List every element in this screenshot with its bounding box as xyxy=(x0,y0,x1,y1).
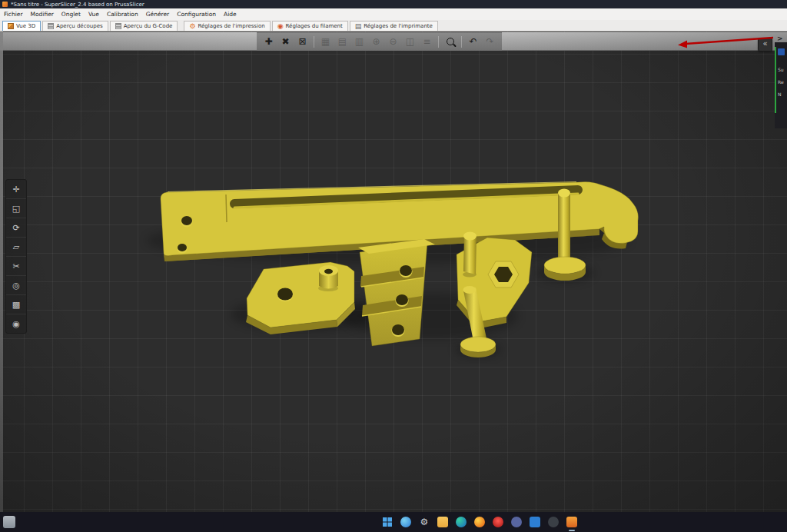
superslicer-icon xyxy=(566,517,577,527)
taskbar-superslicer-button[interactable] xyxy=(564,514,579,530)
blue-panel-icon[interactable] xyxy=(778,48,785,55)
vscode-icon xyxy=(530,517,540,527)
taskbar-app-icons: ⚙ xyxy=(380,514,579,530)
expand-sidebar-icon[interactable]: > xyxy=(777,35,783,42)
gear-icon: ⚙ xyxy=(419,517,430,527)
menu-onglet[interactable]: Onglet xyxy=(58,8,85,20)
tabbar: Vue 3D Aperçu découpes Aperçu du G-Code … xyxy=(0,20,787,32)
taskbar-discord-button[interactable] xyxy=(509,514,524,530)
gear-icon: ⚙ xyxy=(189,23,195,30)
menu-calibration[interactable]: Calibration xyxy=(103,8,142,20)
part-hex-socket-plate[interactable] xyxy=(457,232,532,330)
tab-apercu-decoupes[interactable]: Aperçu découpes xyxy=(42,21,108,31)
folder-icon xyxy=(437,517,448,527)
windows-taskbar: ⚙ xyxy=(0,512,787,532)
3d-model[interactable] xyxy=(0,32,787,512)
taskbar-settings-button[interactable]: ⚙ xyxy=(417,514,432,530)
tab-label: Aperçu du G-Code xyxy=(124,23,173,29)
menu-generer[interactable]: Générer xyxy=(142,8,173,20)
fragment-label: Su xyxy=(778,67,784,72)
tab-label: Aperçu découpes xyxy=(56,23,103,29)
discord-icon xyxy=(511,517,522,527)
taskbar-start-button[interactable] xyxy=(380,514,395,530)
edge-icon xyxy=(456,517,467,527)
printer-icon: ▤ xyxy=(355,23,362,30)
tab-label: Réglages de l'imprimante xyxy=(364,23,433,29)
menu-fichier[interactable]: Fichier xyxy=(0,8,27,20)
github-icon xyxy=(548,517,559,527)
taskbar-vscode-button[interactable] xyxy=(527,514,543,530)
fragment-label: Re xyxy=(778,79,784,85)
tab-apercu-gcode[interactable]: Aperçu du G-Code xyxy=(110,21,178,31)
right-sidebar-fragment: Su Re N xyxy=(775,42,787,128)
part-flat-plate-with-hole[interactable] xyxy=(246,262,355,334)
tab-reglages-filament[interactable]: ◉ Réglages du filament xyxy=(272,21,348,31)
tab-reglages-impression[interactable]: ⚙ Réglages de l'impression xyxy=(184,21,270,31)
taskbar-file-explorer-button[interactable] xyxy=(435,514,450,530)
tab-label: Réglages du filament xyxy=(286,23,343,29)
cube-icon xyxy=(8,23,14,29)
app-logo-icon xyxy=(2,2,8,7)
3d-viewport[interactable]: ✚ ✖ ⊠ ▦ ▤ ▥ ⊕ ⊖ ◫ ≡ ↶ ↷ ✛ ◱ ⟳ ▱ ✂ ◎ ▩ ◉ xyxy=(0,32,787,512)
menubar: Fichier Modifier Onglet Vue Calibration … xyxy=(0,8,787,20)
menu-modifier[interactable]: Modifier xyxy=(27,8,58,20)
filament-spool-icon: ◉ xyxy=(277,23,284,30)
menu-vue[interactable]: Vue xyxy=(85,8,103,20)
tab-vue-3d[interactable]: Vue 3D xyxy=(2,21,41,31)
taskbar-edge-button[interactable] xyxy=(453,514,469,530)
firefox-icon xyxy=(474,517,485,527)
taskbar-firefox-button[interactable] xyxy=(472,514,487,530)
slices-icon xyxy=(48,23,54,29)
menu-configuration[interactable]: Configuration xyxy=(173,8,220,20)
titlebar: *Sans titre - SuperSlicer_2.4 based on P… xyxy=(0,0,787,8)
search-app-icon xyxy=(400,517,411,527)
taskbar-github-button[interactable] xyxy=(546,514,561,530)
window-title: *Sans titre - SuperSlicer_2.4 based on P… xyxy=(11,2,144,8)
windows-logo-icon xyxy=(382,517,393,527)
taskbar-corner-icon[interactable] xyxy=(3,516,15,528)
taskbar-opera-button[interactable] xyxy=(490,514,506,530)
green-accent-bar xyxy=(775,47,776,113)
fragment-label: N xyxy=(778,91,782,97)
menu-aide[interactable]: Aide xyxy=(220,8,241,20)
tab-reglages-imprimante[interactable]: ▤ Réglages de l'imprimante xyxy=(350,21,438,31)
superslicer-window: *Sans titre - SuperSlicer_2.4 based on P… xyxy=(0,0,787,532)
gcode-icon xyxy=(115,23,121,29)
taskbar-search-button[interactable] xyxy=(398,514,413,530)
window-left-border xyxy=(0,32,3,512)
collapse-sidebar-button[interactable]: « xyxy=(758,38,772,52)
tab-label: Vue 3D xyxy=(16,23,35,29)
opera-icon xyxy=(493,517,503,527)
tab-label: Réglages de l'impression xyxy=(198,23,264,29)
